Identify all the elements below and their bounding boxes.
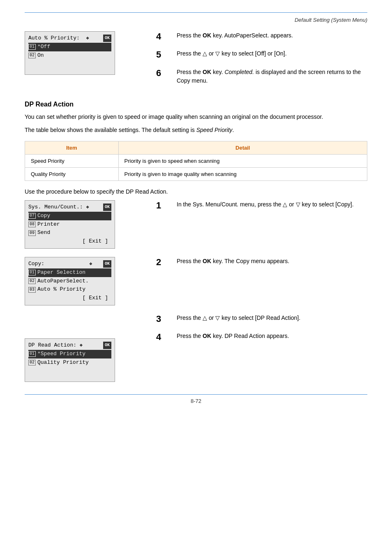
lcd-text-on: On xyxy=(37,51,44,60)
lcd-dp-ok-badge: OK xyxy=(103,342,111,349)
dp-para2-text: The table below shows the available sett… xyxy=(25,127,196,133)
dp-default-setting: Speed Priority xyxy=(196,127,233,133)
table-cell-detail: Priority is given to image quality when … xyxy=(118,167,367,180)
step-5-block: 5 Press the △ or ▽ key to select [Off] o… xyxy=(156,49,367,60)
page-number: 8-72 xyxy=(191,398,201,404)
table-col2-header: Detail xyxy=(118,141,367,154)
step-4-block: 4 Press the OK key. AutoPaperSelect. app… xyxy=(156,31,367,42)
dp-step4-number: 4 xyxy=(156,332,173,342)
section1-row: Auto % Priority: ❖ OK 01 *Off 02 On 4 xyxy=(25,31,367,92)
step-6-number: 6 xyxy=(156,68,173,79)
dp-step2-screen-col: Copy: ❖ OK 01 Paper Selection 02 AutoPap… xyxy=(25,257,156,305)
lcd-auto-pct-text: Auto % Priority xyxy=(37,285,85,294)
table-cell-item: Quality Priority xyxy=(25,167,119,180)
lcd-title-text: Auto % Priority: ❖ xyxy=(28,34,91,43)
lcd-row-on: 02 On xyxy=(28,51,111,60)
lcd-d02: 02 xyxy=(28,360,36,365)
page: Default Setting (System Menu) Auto % Pri… xyxy=(0,0,392,555)
step-4-number: 4 xyxy=(156,31,173,42)
lcd-paper-sel-text: Paper Selection xyxy=(37,268,85,277)
dp-step3-text: Press the △ or ▽ key to select [DP Read … xyxy=(177,314,367,322)
lcd-autopaper-row: 02 AutoPaperSelect. xyxy=(28,277,111,286)
lcd-quality-row: 02 Quality Priority xyxy=(28,358,111,367)
lcd-autopaper-text: AutoPaperSelect. xyxy=(37,277,89,286)
lcd-07: 07 xyxy=(28,213,36,219)
dp-step2-text: Press the OK key. The Copy menu appears. xyxy=(177,257,367,266)
table-cell-detail: Priority is given to speed when scanning xyxy=(118,154,367,167)
dp-step1-screen-col: Sys. Menu/Count.: ❖ OK 07 Copy 08 Printe… xyxy=(25,200,156,249)
steps34-spacer xyxy=(25,314,148,338)
lcd-sys-exit: [ Exit ] xyxy=(28,237,111,246)
dp-step1-row: Sys. Menu/Count.: ❖ OK 07 Copy 08 Printe… xyxy=(25,200,367,249)
lcd-09: 09 xyxy=(28,230,36,236)
table-row: Speed PriorityPriority is given to speed… xyxy=(25,154,367,167)
lcd-copy-ok-badge: OK xyxy=(103,260,111,268)
top-rule xyxy=(25,12,367,13)
lcd-d01: 01 xyxy=(28,351,36,357)
lcd-copy-exit: [ Exit ] xyxy=(28,294,111,303)
dp-steps34-row: DP Read Action: ❖ OK 01 *Speed Priority … xyxy=(25,314,367,382)
lcd-send-text: Send xyxy=(37,229,50,237)
lcd-copy-text: Copy xyxy=(37,212,50,220)
dp-step2-block: 2 Press the OK key. The Copy menu appear… xyxy=(156,257,367,268)
dp-section-title: DP Read Action xyxy=(25,101,367,108)
table-cell-item: Speed Priority xyxy=(25,154,119,167)
step-5-text: Press the △ or ▽ key to select [Off] or … xyxy=(177,49,367,58)
lcd-copy-menu: Copy: ❖ OK 01 Paper Selection 02 AutoPap… xyxy=(25,257,115,305)
dp-step3-number: 3 xyxy=(156,314,173,324)
lcd-text-off: *Off xyxy=(37,43,50,51)
lcd-copy-title-text: Copy: ❖ xyxy=(28,260,94,268)
lcd-title-row: Auto % Priority: ❖ OK xyxy=(28,34,111,43)
lcd-dp-spacer xyxy=(28,367,111,379)
dp-para1: You can set whether priority is given to… xyxy=(25,112,367,121)
step-6-block: 6 Press the OK key. Completed. is displa… xyxy=(156,68,367,85)
dp-table: Item Detail Speed PriorityPriority is gi… xyxy=(25,141,367,181)
lcd-c03: 03 xyxy=(28,287,36,293)
lcd-num-01: 01 xyxy=(28,44,36,50)
dp-step3-block: 3 Press the △ or ▽ key to select [DP Rea… xyxy=(156,314,367,324)
lcd-08: 08 xyxy=(28,222,36,227)
lcd-auto-pct-row: 03 Auto % Priority xyxy=(28,285,111,294)
dp-step1-block: 1 In the Sys. Menu/Count. menu, press th… xyxy=(156,200,367,211)
lcd-c02: 02 xyxy=(28,278,36,284)
lcd-speed-text: *Speed Priority xyxy=(37,350,85,358)
lcd-spacer xyxy=(28,60,111,72)
dp-step4-block: 4 Press the OK key. DP Read Action appea… xyxy=(156,332,367,342)
lcd-sys-title-row: Sys. Menu/Count.: ❖ OK xyxy=(28,203,111,212)
page-header: Default Setting (System Menu) xyxy=(25,17,367,23)
lcd-row-off: 01 *Off xyxy=(28,43,111,51)
dp-para2: The table below shows the available sett… xyxy=(25,125,367,134)
dp-step2-text-col: 2 Press the OK key. The Copy menu appear… xyxy=(156,257,367,275)
dp-steps34-text-col: 3 Press the △ or ▽ key to select [DP Rea… xyxy=(156,314,367,350)
dp-step2-number: 2 xyxy=(156,257,173,268)
lcd-dp-title-row: DP Read Action: ❖ OK xyxy=(28,341,111,350)
lcd-ok-badge: OK xyxy=(103,35,111,42)
page-footer: 8-72 xyxy=(25,398,367,404)
dp-step1-text-col: 1 In the Sys. Menu/Count. menu, press th… xyxy=(156,200,367,218)
lcd-sys-ok-badge: OK xyxy=(103,204,111,211)
step-5-number: 5 xyxy=(156,49,173,60)
dp-para3: Use the procedure below to specify the D… xyxy=(25,187,367,196)
table-col1-header: Item xyxy=(25,141,119,154)
lcd-dp-read-action: DP Read Action: ❖ OK 01 *Speed Priority … xyxy=(25,338,115,382)
step-4-text: Press the OK key. AutoPaperSelect. appea… xyxy=(177,31,367,40)
dp-step2-row: Copy: ❖ OK 01 Paper Selection 02 AutoPap… xyxy=(25,257,367,305)
lcd-send-row: 09 Send xyxy=(28,229,111,237)
lcd-quality-text: Quality Priority xyxy=(37,358,89,367)
lcd-dp-title-text: DP Read Action: ❖ xyxy=(28,341,84,350)
dp-step1-number: 1 xyxy=(156,200,173,211)
dp-para2-end: . xyxy=(233,127,234,133)
lcd-printer-text: Printer xyxy=(37,220,60,229)
dp-step4-screen-col: DP Read Action: ❖ OK 01 *Speed Priority … xyxy=(25,314,156,382)
table-row: Quality PriorityPriority is given to ima… xyxy=(25,167,367,180)
lcd-paper-sel-row: 01 Paper Selection xyxy=(28,268,111,277)
lcd-copy-row: 07 Copy xyxy=(28,212,111,220)
steps-col: 4 Press the OK key. AutoPaperSelect. app… xyxy=(156,31,367,92)
dp-step1-text: In the Sys. Menu/Count. menu, press the … xyxy=(177,200,367,209)
lcd-speed-row: 01 *Speed Priority xyxy=(28,350,111,358)
lcd-num-02: 02 xyxy=(28,53,36,58)
lcd-sys-menu: Sys. Menu/Count.: ❖ OK 07 Copy 08 Printe… xyxy=(25,200,115,249)
screen1-col: Auto % Priority: ❖ OK 01 *Off 02 On xyxy=(25,31,156,75)
lcd-c01: 01 xyxy=(28,270,36,275)
step-6-text: Press the OK key. Completed. is displaye… xyxy=(177,68,367,85)
